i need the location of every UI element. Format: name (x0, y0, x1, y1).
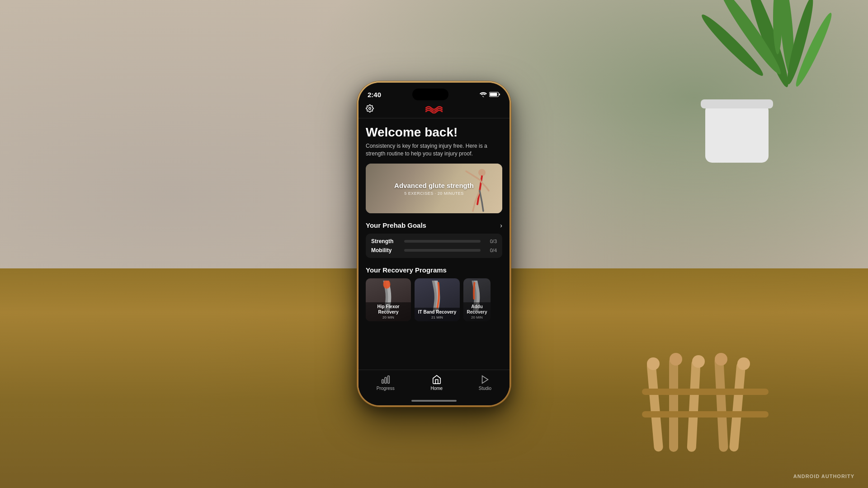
svg-rect-29 (387, 376, 389, 384)
settings-button[interactable] (366, 104, 374, 114)
nav-item-studio[interactable]: Studio (479, 375, 491, 391)
home-icon (432, 375, 442, 385)
nav-label-studio: Studio (479, 386, 491, 391)
home-indicator (411, 400, 457, 402)
background-plant (642, 0, 832, 172)
svg-marker-30 (482, 376, 488, 384)
featured-text: Advanced glute strength 5 EXERCISES · 20… (366, 182, 502, 196)
nav-label-home: Home (430, 386, 443, 391)
goals-container: Strength 0/3 Mobility 0/4 (366, 234, 502, 258)
welcome-title: Welcome back! (366, 126, 502, 140)
svg-rect-28 (385, 377, 387, 383)
recovery-card-hip-flexor[interactable]: Hip Flexor Recovery 20 MIN (366, 278, 411, 321)
recovery-card-it-title: IT Band Recovery (417, 310, 457, 315)
it-band-image (425, 281, 450, 311)
watermark: ANDROID AUTHORITY (793, 474, 854, 479)
studio-nav-icon (480, 375, 490, 385)
svg-rect-11 (687, 359, 701, 452)
gear-icon (366, 104, 374, 113)
nav-label-progress: Progress (377, 386, 395, 391)
recovery-card-adductor-meta: 20 MIN (466, 315, 488, 319)
recovery-card-adductor-text: Addu Recovery 20 MIN (463, 302, 491, 321)
svg-rect-12 (714, 357, 728, 452)
goal-bar-mobility (404, 249, 481, 252)
nav-item-home[interactable]: Home (430, 375, 443, 391)
svg-point-19 (715, 353, 727, 366)
brand-logo-icon (425, 104, 443, 114)
home-nav-icon (432, 375, 442, 385)
goal-row-strength[interactable]: Strength 0/3 (371, 238, 497, 244)
nav-item-progress[interactable]: Progress (377, 375, 395, 391)
phone-outer: 2:40 (357, 81, 511, 407)
phone-wrapper: 2:40 (357, 81, 511, 407)
app-logo (425, 104, 443, 114)
svg-rect-22 (490, 93, 497, 96)
prehab-goals-header[interactable]: Your Prehab Goals › (366, 221, 502, 229)
prehab-goals-title: Your Prehab Goals (366, 221, 426, 229)
recovery-card-it-text: IT Band Recovery 21 MIN (415, 308, 460, 321)
recovery-card-adductor-title: Addu Recovery (466, 304, 488, 315)
wifi-icon (480, 92, 487, 97)
recovery-card-it-band[interactable]: IT Band Recovery 21 MIN (415, 278, 460, 321)
bottom-nav: Progress Home (359, 370, 509, 400)
prehab-goals-arrow[interactable]: › (500, 222, 502, 229)
progress-nav-icon (381, 375, 391, 385)
goal-label-strength: Strength (371, 238, 401, 244)
recovery-card-hip-meta: 20 MIN (368, 315, 408, 319)
svg-point-20 (737, 357, 750, 370)
svg-rect-15 (642, 411, 769, 418)
goal-row-mobility[interactable]: Mobility 0/4 (371, 247, 497, 253)
studio-icon (480, 375, 490, 385)
featured-workout-title: Advanced glute strength (366, 182, 502, 189)
battery-icon (489, 92, 500, 97)
svg-rect-9 (646, 361, 663, 452)
status-bar: 2:40 (359, 83, 509, 101)
featured-banner[interactable]: Advanced glute strength 5 EXERCISES · 20… (366, 164, 502, 213)
recovery-card-it-meta: 21 MIN (417, 315, 457, 319)
svg-rect-0 (705, 104, 769, 163)
svg-point-25 (478, 169, 486, 176)
phone-screen: 2:40 (359, 83, 509, 405)
goal-label-mobility: Mobility (371, 247, 401, 253)
goal-progress-mobility: 0/4 (484, 248, 497, 253)
dynamic-island (412, 89, 448, 100)
svg-point-24 (369, 108, 371, 110)
svg-rect-27 (382, 380, 384, 383)
svg-rect-14 (642, 389, 769, 395)
welcome-subtitle: Consistency is key for staying injury fr… (366, 142, 502, 158)
svg-point-16 (647, 357, 660, 370)
app-header (359, 101, 509, 118)
svg-rect-13 (729, 361, 746, 452)
scroll-content[interactable]: Welcome back! Consistency is key for sta… (359, 118, 509, 370)
svg-point-17 (670, 353, 682, 366)
recovery-card-hip-text: Hip Flexor Recovery 20 MIN (366, 302, 411, 321)
background-stand (633, 334, 778, 461)
svg-point-18 (692, 355, 705, 368)
progress-icon (381, 375, 391, 385)
svg-rect-23 (499, 94, 500, 95)
recovery-card-hip-title: Hip Flexor Recovery (368, 304, 408, 315)
status-time: 2:40 (368, 91, 381, 99)
svg-rect-10 (669, 357, 678, 452)
goal-progress-strength: 0/3 (484, 239, 497, 244)
phone-inner: 2:40 (359, 83, 509, 405)
featured-workout-meta: 5 EXERCISES · 20 MINUTES (366, 191, 502, 196)
goal-bar-strength (404, 240, 481, 243)
recovery-cards-container: Hip Flexor Recovery 20 MIN (366, 278, 502, 328)
svg-rect-1 (701, 99, 773, 108)
recovery-programs-title: Your Recovery Programs (366, 266, 502, 274)
recovery-card-adductor[interactable]: Addu Recovery 20 MIN (463, 278, 491, 321)
status-icons (480, 92, 500, 97)
